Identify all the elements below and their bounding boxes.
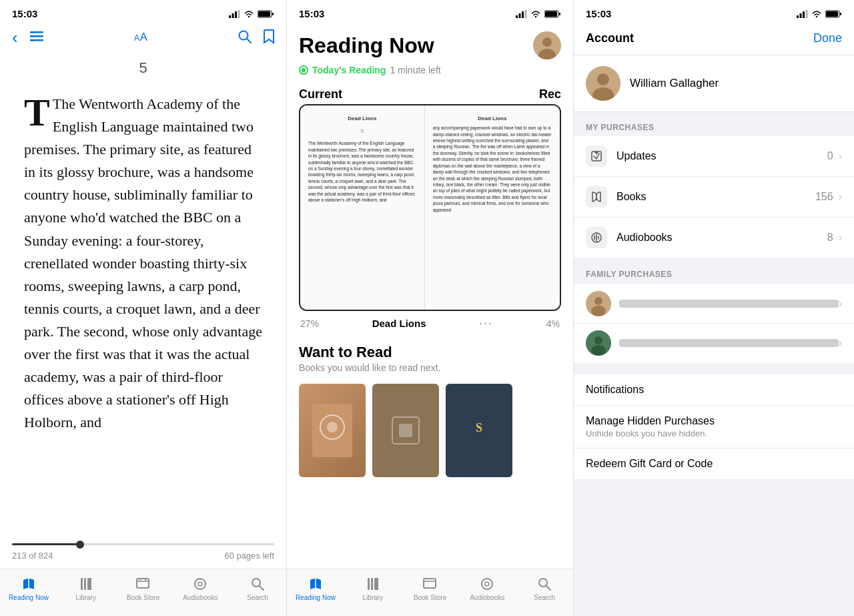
want-to-read-books: S bbox=[287, 376, 573, 477]
rn-time: 15:03 bbox=[299, 8, 324, 19]
svg-rect-56 bbox=[826, 11, 838, 17]
family-member-1[interactable]: › bbox=[574, 284, 854, 324]
svg-rect-29 bbox=[545, 11, 557, 17]
library-tab-icon bbox=[78, 576, 94, 592]
family-chevron-1: › bbox=[839, 298, 842, 310]
svg-rect-44 bbox=[371, 578, 373, 590]
book-name: Dead Lions bbox=[372, 318, 426, 329]
family-name-2-blurred bbox=[619, 339, 839, 347]
rn-tab-bookstore[interactable]: Book Store bbox=[402, 573, 459, 604]
family-member-2[interactable]: › bbox=[574, 324, 854, 362]
svg-rect-46 bbox=[424, 579, 436, 588]
rn-title: Reading Now bbox=[299, 33, 434, 58]
page-number: 5 bbox=[0, 54, 286, 79]
tab-bookstore[interactable]: Book Store bbox=[115, 573, 172, 604]
reader-panel: 15:03 ‹ bbox=[0, 0, 287, 616]
updates-count: 0 bbox=[827, 150, 833, 162]
svg-text:S: S bbox=[476, 421, 482, 434]
book-thumbnail-1[interactable] bbox=[299, 384, 366, 477]
rn-battery-icon bbox=[544, 10, 561, 18]
audiobooks-row[interactable]: Audiobooks 8 › bbox=[574, 218, 854, 258]
book3-cover-image: S bbox=[459, 404, 499, 457]
bookmark-button[interactable] bbox=[264, 29, 274, 46]
acct-status-bar: 15:03 bbox=[574, 0, 854, 25]
svg-point-67 bbox=[594, 336, 602, 344]
purchases-list: Updates 0 › Books 156 › bbox=[574, 136, 854, 258]
family-section-label: FAMILY PURCHASES bbox=[574, 259, 854, 283]
acct-signal-icon bbox=[797, 10, 808, 18]
svg-rect-18 bbox=[87, 578, 91, 590]
rn-tab-search-label: Search bbox=[534, 594, 555, 601]
svg-point-68 bbox=[591, 345, 606, 356]
bookstore-tab-icon bbox=[135, 576, 151, 592]
svg-rect-16 bbox=[81, 578, 83, 590]
books-row[interactable]: Books 156 › bbox=[574, 177, 854, 218]
user-avatar-image bbox=[533, 31, 561, 59]
want-to-read-section: Want to Read Books you would like to rea… bbox=[287, 333, 573, 376]
audiobooks-tab-icon bbox=[192, 576, 208, 592]
tab-library[interactable]: Library bbox=[57, 573, 115, 604]
audiobooks-icon bbox=[586, 227, 607, 248]
battery-icon bbox=[258, 10, 274, 18]
svg-point-36 bbox=[327, 422, 338, 432]
book-thumbnail-3[interactable]: S bbox=[446, 384, 512, 477]
svg-rect-12 bbox=[30, 39, 34, 41]
svg-rect-43 bbox=[368, 578, 370, 590]
acct-wifi-icon bbox=[811, 10, 822, 18]
books-count: 156 bbox=[815, 191, 833, 203]
svg-rect-17 bbox=[84, 578, 86, 590]
notifications-row[interactable]: Notifications bbox=[574, 374, 854, 406]
reading-now-panel: 15:03 Reading Now bbox=[287, 0, 574, 616]
svg-point-64 bbox=[594, 297, 602, 305]
book-more-button[interactable]: ··· bbox=[479, 316, 493, 330]
svg-line-50 bbox=[546, 586, 550, 590]
rn-bookstore-icon bbox=[422, 576, 438, 592]
tab-audiobooks-label: Audiobooks bbox=[183, 594, 218, 601]
manage-hidden-row[interactable]: Manage Hidden Purchases Unhide books you… bbox=[574, 406, 854, 448]
acct-header: Account Done bbox=[574, 25, 854, 55]
progress-fill bbox=[12, 543, 80, 545]
rn-tab-search[interactable]: Search bbox=[516, 573, 573, 604]
svg-point-48 bbox=[485, 582, 489, 586]
bookmark-icon bbox=[264, 29, 274, 44]
tab-search[interactable]: Search bbox=[229, 573, 286, 604]
family-chevron-2: › bbox=[839, 337, 842, 349]
acct-done-button[interactable]: Done bbox=[813, 31, 842, 45]
toc-button[interactable] bbox=[30, 30, 43, 45]
rn-library-icon bbox=[365, 576, 381, 592]
rn-tab-reading-now[interactable]: Reading Now bbox=[287, 573, 344, 604]
svg-rect-2 bbox=[235, 11, 237, 18]
rn-user-avatar[interactable] bbox=[533, 31, 561, 59]
rn-wifi-icon bbox=[530, 10, 541, 18]
book2-cover-image bbox=[386, 404, 426, 457]
rn-tab-bar: Reading Now Library Book Store Audiobook… bbox=[287, 569, 573, 616]
reader-tab-bar: Reading Now Library Book Store bbox=[0, 569, 286, 616]
rn-tab-audiobooks[interactable]: Audiobooks bbox=[458, 573, 516, 604]
family-avatar-2-image bbox=[586, 330, 611, 356]
updates-row[interactable]: Updates 0 › bbox=[574, 136, 854, 177]
back-button[interactable]: ‹ bbox=[12, 29, 18, 46]
redeem-row[interactable]: Redeem Gift Card or Code bbox=[574, 448, 854, 479]
book-left-page: Dead Lions 5 The Wentworth Academy of th… bbox=[300, 105, 425, 310]
font-size-button[interactable]: AA bbox=[134, 31, 147, 44]
book-left-page-num: 5 bbox=[308, 127, 416, 135]
svg-rect-39 bbox=[399, 424, 412, 437]
tab-search-label: Search bbox=[247, 594, 268, 601]
svg-point-21 bbox=[198, 582, 202, 586]
purchases-section-label: MY PURCHASES bbox=[574, 112, 854, 136]
book-thumbnail-2[interactable] bbox=[372, 384, 439, 477]
book-card[interactable]: Dead Lions 5 The Wentworth Academy of th… bbox=[299, 104, 561, 311]
reader-time: 15:03 bbox=[12, 8, 37, 19]
tab-bookstore-label: Book Store bbox=[127, 594, 159, 601]
reader-toolbar: ‹ AA bbox=[0, 25, 286, 54]
reading-now-tab-icon bbox=[21, 576, 37, 592]
acct-user-row: William Gallagher bbox=[574, 55, 854, 112]
tab-audiobooks[interactable]: Audiobooks bbox=[171, 573, 229, 604]
rn-tab-library-label: Library bbox=[362, 594, 383, 601]
search-button[interactable] bbox=[238, 30, 252, 45]
rn-tab-library[interactable]: Library bbox=[344, 573, 402, 604]
svg-line-23 bbox=[260, 586, 264, 590]
drop-cap: T bbox=[24, 93, 53, 127]
family-avatar-1 bbox=[586, 291, 611, 316]
tab-reading-now[interactable]: Reading Now bbox=[0, 573, 57, 604]
